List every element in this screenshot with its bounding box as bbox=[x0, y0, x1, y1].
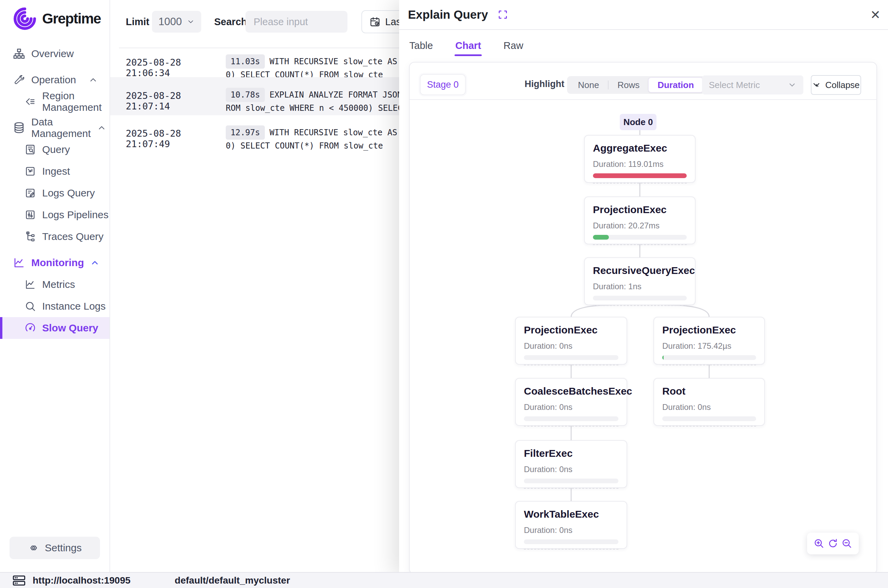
sidebar-item-label: Instance Logs bbox=[42, 300, 106, 312]
ingest-icon bbox=[24, 165, 36, 177]
sidebar-group-operation[interactable]: Operation bbox=[0, 69, 110, 91]
sidebar-item-label: Data Management bbox=[31, 116, 91, 140]
document-search-icon bbox=[24, 144, 36, 155]
chevron-up-icon bbox=[97, 123, 106, 132]
duration-bar bbox=[524, 416, 618, 421]
sidebar-item-overview[interactable]: Overview bbox=[0, 43, 110, 64]
region-management-icon bbox=[24, 96, 36, 107]
node-duration: Duration: 175.42µs bbox=[662, 341, 756, 351]
settings-button[interactable]: Settings bbox=[9, 537, 100, 559]
node-separator bbox=[593, 183, 687, 183]
node-separator bbox=[593, 305, 687, 306]
drawer-header: Explain Query ✕ bbox=[399, 0, 888, 30]
database-icon bbox=[13, 122, 25, 134]
sidebar-item-instance-logs[interactable]: Instance Logs bbox=[0, 296, 110, 317]
node-separator bbox=[593, 244, 687, 245]
sidebar-group-data-management[interactable]: Data Management bbox=[0, 117, 110, 139]
tree-node-projection-exec-right[interactable]: ProjectionExec Duration: 175.42µs bbox=[653, 317, 765, 365]
close-icon[interactable]: ✕ bbox=[870, 9, 880, 21]
node-title: ProjectionExec bbox=[662, 324, 756, 336]
logo-text: Greptime bbox=[42, 10, 100, 27]
node-title: RecursiveQueryExec bbox=[593, 265, 687, 276]
sidebar-item-traces-query[interactable]: Traces Query bbox=[0, 226, 110, 248]
sidebar-item-ingest[interactable]: Ingest bbox=[0, 160, 110, 182]
tree-node-projection-exec[interactable]: ProjectionExec Duration: 20.27ms bbox=[584, 196, 696, 244]
node-title: ProjectionExec bbox=[593, 204, 687, 216]
sidebar-item-label: Logs Query bbox=[42, 187, 95, 199]
chevron-down-icon bbox=[187, 18, 195, 26]
sidebar-item-label: Slow Query bbox=[42, 322, 98, 334]
sidebar-item-label: Operation bbox=[31, 74, 76, 86]
zoom-controls bbox=[807, 532, 859, 554]
explain-query-drawer: Explain Query ✕ Table Chart Raw Stage 0 … bbox=[399, 0, 888, 576]
sidebar-item-metrics[interactable]: Metrics bbox=[0, 274, 110, 296]
tree-node-aggregate-exec[interactable]: AggregateExec Duration: 119.01ms bbox=[584, 135, 696, 183]
chevron-up-icon bbox=[90, 258, 100, 267]
node-separator bbox=[524, 426, 618, 426]
duration-badge: 10.78s bbox=[226, 88, 265, 102]
sidebar-item-query[interactable]: Query bbox=[0, 139, 110, 160]
row-timestamp: 2025-08-28 21:07:49 bbox=[110, 119, 212, 153]
duration-bar bbox=[524, 478, 618, 483]
sidebar-item-logs-pipelines[interactable]: Logs Pipelines bbox=[0, 204, 110, 226]
duration-bar bbox=[524, 355, 618, 360]
search-label: Search bbox=[214, 16, 247, 27]
gauge-icon bbox=[24, 322, 36, 334]
sidebar: Greptime Overview Operation Region Manag… bbox=[0, 0, 110, 572]
node-separator bbox=[662, 365, 756, 365]
tree-node-coalesce-batches-exec[interactable]: CoalesceBatchesExec Duration: 0ns bbox=[515, 378, 627, 426]
pipelines-icon bbox=[24, 209, 36, 220]
node-duration: Duration: 0ns bbox=[524, 525, 618, 535]
tree-node-root[interactable]: Root Duration: 0ns bbox=[653, 378, 765, 426]
node-title: ProjectionExec bbox=[524, 324, 618, 336]
node-separator bbox=[524, 488, 618, 489]
zoom-out-icon[interactable] bbox=[841, 538, 853, 549]
node-duration: Duration: 0ns bbox=[524, 402, 618, 412]
sidebar-item-label: Metrics bbox=[42, 279, 75, 290]
tree-node-work-table-exec[interactable]: WorkTableExec Duration: 0ns bbox=[515, 501, 627, 549]
node-duration: Duration: 1ns bbox=[593, 282, 687, 291]
limit-label: Limit bbox=[126, 16, 149, 27]
node-title: CoalesceBatchesExec bbox=[524, 386, 618, 397]
metrics-icon bbox=[24, 279, 36, 290]
tree-node-filter-exec[interactable]: FilterExec Duration: 0ns bbox=[515, 440, 627, 488]
duration-bar bbox=[593, 173, 687, 178]
tab-raw[interactable]: Raw bbox=[503, 35, 524, 56]
sidebar-item-label: Overview bbox=[31, 48, 74, 60]
sidebar-item-label: Ingest bbox=[42, 165, 70, 177]
calendar-clock-icon bbox=[369, 16, 380, 27]
sidebar-item-slow-query[interactable]: Slow Query bbox=[0, 317, 110, 339]
node-separator bbox=[662, 426, 756, 426]
duration-bar bbox=[524, 539, 618, 544]
fullscreen-button[interactable] bbox=[497, 9, 508, 20]
server-url[interactable]: http://localhost:19095 bbox=[33, 575, 130, 586]
duration-bar bbox=[593, 296, 687, 300]
greptime-logo-icon bbox=[12, 6, 38, 31]
settings-label: Settings bbox=[45, 542, 82, 554]
node-separator bbox=[524, 365, 618, 365]
reset-zoom-icon[interactable] bbox=[827, 538, 839, 549]
tree-node-projection-exec-left[interactable]: ProjectionExec Duration: 0ns bbox=[515, 317, 627, 365]
zoom-in-icon[interactable] bbox=[813, 538, 825, 549]
search-input[interactable] bbox=[246, 11, 348, 33]
limit-select[interactable]: 1000 bbox=[152, 11, 201, 33]
search-icon bbox=[24, 300, 36, 312]
duration-bar bbox=[662, 416, 756, 421]
tree-node-recursive-query-exec[interactable]: RecursiveQueryExec Duration: 1ns bbox=[584, 257, 696, 305]
sitemap-icon bbox=[13, 48, 25, 60]
cluster-name[interactable]: default/default_mycluster bbox=[175, 575, 290, 586]
node-title: Root bbox=[662, 386, 756, 397]
chevron-up-icon bbox=[88, 75, 98, 85]
sidebar-item-logs-query[interactable]: Logs Query bbox=[0, 182, 110, 204]
status-bar: http://localhost:19095 default/default_m… bbox=[0, 572, 888, 588]
wrench-icon bbox=[13, 74, 25, 86]
sidebar-item-region-management[interactable]: Region Management bbox=[0, 91, 110, 112]
duration-badge: 12.97s bbox=[226, 125, 265, 140]
tab-chart[interactable]: Chart bbox=[454, 35, 482, 56]
sidebar-group-monitoring[interactable]: Monitoring bbox=[0, 252, 110, 274]
tab-table[interactable]: Table bbox=[409, 35, 434, 56]
fullscreen-icon bbox=[497, 9, 508, 20]
duration-bar bbox=[593, 235, 687, 240]
limit-value: 1000 bbox=[158, 16, 182, 28]
sidebar-nav: Overview Operation Region Management Dat… bbox=[0, 33, 110, 537]
